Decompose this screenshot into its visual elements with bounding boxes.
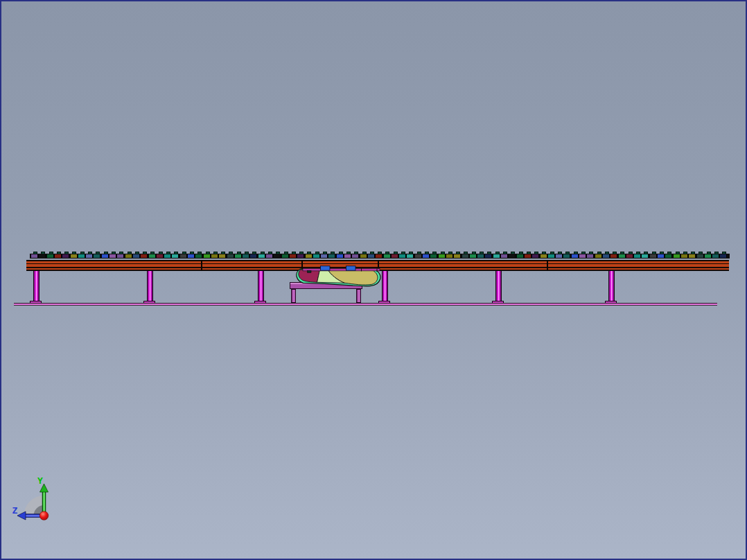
chain-rail[interactable] bbox=[30, 254, 730, 259]
chain-link[interactable] bbox=[453, 254, 461, 258]
chain-link[interactable] bbox=[626, 254, 633, 258]
chain-link[interactable] bbox=[446, 254, 453, 258]
chain-link[interactable] bbox=[477, 254, 484, 258]
chain-link[interactable] bbox=[227, 254, 234, 258]
chain-link[interactable] bbox=[70, 254, 78, 258]
chain-link[interactable] bbox=[156, 254, 164, 258]
chain-link[interactable] bbox=[618, 254, 626, 258]
chain-link[interactable] bbox=[406, 254, 414, 258]
chain-link[interactable] bbox=[469, 254, 477, 258]
chain-link[interactable] bbox=[203, 254, 211, 258]
chain-link[interactable] bbox=[430, 254, 437, 258]
chain-link[interactable] bbox=[281, 254, 289, 258]
chain-link[interactable] bbox=[391, 254, 398, 258]
chain-link[interactable] bbox=[249, 254, 257, 258]
chain-link[interactable] bbox=[289, 254, 297, 258]
conveyor-leg[interactable] bbox=[495, 271, 502, 303]
chain-link[interactable] bbox=[179, 254, 187, 258]
chain-link[interactable] bbox=[438, 254, 446, 258]
chain-link[interactable] bbox=[649, 254, 657, 258]
chain-link[interactable] bbox=[30, 254, 38, 258]
conveyor-leg[interactable] bbox=[258, 271, 264, 303]
chain-link[interactable] bbox=[595, 254, 602, 258]
chain-link[interactable] bbox=[54, 254, 62, 258]
chain-link[interactable] bbox=[344, 254, 351, 258]
chain-link[interactable] bbox=[704, 254, 712, 258]
chain-link[interactable] bbox=[602, 254, 610, 258]
floor-line[interactable] bbox=[14, 303, 717, 306]
chain-link[interactable] bbox=[62, 254, 69, 258]
chain-link[interactable] bbox=[320, 254, 328, 258]
chain-link[interactable] bbox=[328, 254, 335, 258]
chain-link[interactable] bbox=[524, 254, 531, 258]
chain-link[interactable] bbox=[579, 254, 586, 258]
chain-link[interactable] bbox=[508, 254, 516, 258]
table-leg-left[interactable] bbox=[291, 289, 296, 303]
chain-link[interactable] bbox=[500, 254, 508, 258]
chain-link[interactable] bbox=[633, 254, 641, 258]
chain-link[interactable] bbox=[571, 254, 579, 258]
chain-link[interactable] bbox=[195, 254, 202, 258]
chain-link[interactable] bbox=[712, 254, 719, 258]
chain-link[interactable] bbox=[218, 254, 226, 258]
chain-link[interactable] bbox=[313, 254, 320, 258]
chain-link[interactable] bbox=[265, 254, 273, 258]
chain-link[interactable] bbox=[109, 254, 116, 258]
chain-link[interactable] bbox=[719, 254, 727, 258]
chain-link[interactable] bbox=[493, 254, 500, 258]
chain-link[interactable] bbox=[78, 254, 85, 258]
chain-link[interactable] bbox=[383, 254, 391, 258]
chain-link[interactable] bbox=[484, 254, 492, 258]
chain-link[interactable] bbox=[234, 254, 242, 258]
chain-link[interactable] bbox=[116, 254, 124, 258]
chain-link[interactable] bbox=[422, 254, 430, 258]
chain-link[interactable] bbox=[148, 254, 156, 258]
chain-link[interactable] bbox=[101, 254, 109, 258]
chain-link[interactable] bbox=[38, 254, 46, 258]
conveyor-leg[interactable] bbox=[147, 271, 153, 303]
chain-link[interactable] bbox=[125, 254, 132, 258]
chain-link[interactable] bbox=[336, 254, 344, 258]
chain-link[interactable] bbox=[657, 254, 665, 258]
clamp-right[interactable] bbox=[346, 266, 356, 270]
chain-link[interactable] bbox=[360, 254, 367, 258]
chain-link[interactable] bbox=[132, 254, 140, 258]
chain-link[interactable] bbox=[555, 254, 563, 258]
chain-link[interactable] bbox=[46, 254, 54, 258]
chain-link[interactable] bbox=[187, 254, 195, 258]
clamp-left[interactable] bbox=[321, 266, 331, 270]
chain-link[interactable] bbox=[351, 254, 359, 258]
chain-link[interactable] bbox=[462, 254, 469, 258]
chain-link[interactable] bbox=[516, 254, 524, 258]
chain-link[interactable] bbox=[367, 254, 375, 258]
chain-link[interactable] bbox=[665, 254, 672, 258]
chain-link[interactable] bbox=[586, 254, 594, 258]
chain-link[interactable] bbox=[164, 254, 171, 258]
chain-link[interactable] bbox=[140, 254, 148, 258]
chain-link[interactable] bbox=[273, 254, 281, 258]
chain-link[interactable] bbox=[375, 254, 383, 258]
chain-link[interactable] bbox=[688, 254, 696, 258]
chain-link[interactable] bbox=[673, 254, 680, 258]
chain-link[interactable] bbox=[414, 254, 422, 258]
chain-link[interactable] bbox=[641, 254, 649, 258]
chain-link[interactable] bbox=[547, 254, 555, 258]
chain-link[interactable] bbox=[696, 254, 704, 258]
table-leg-right[interactable] bbox=[356, 289, 361, 303]
chain-link[interactable] bbox=[680, 254, 688, 258]
chain-link[interactable] bbox=[563, 254, 570, 258]
chain-link[interactable] bbox=[610, 254, 617, 258]
chain-link[interactable] bbox=[85, 254, 93, 258]
chain-link[interactable] bbox=[540, 254, 547, 258]
chain-link[interactable] bbox=[305, 254, 313, 258]
chain-link[interactable] bbox=[93, 254, 100, 258]
chain-link[interactable] bbox=[297, 254, 304, 258]
conveyor-leg[interactable] bbox=[33, 271, 39, 303]
cad-viewport[interactable]: Y Z bbox=[0, 0, 747, 560]
boat-workpiece[interactable] bbox=[294, 263, 387, 291]
chain-link[interactable] bbox=[211, 254, 218, 258]
chain-link[interactable] bbox=[258, 254, 265, 258]
chain-link[interactable] bbox=[171, 254, 179, 258]
chain-link[interactable] bbox=[242, 254, 249, 258]
chain-link[interactable] bbox=[531, 254, 539, 258]
